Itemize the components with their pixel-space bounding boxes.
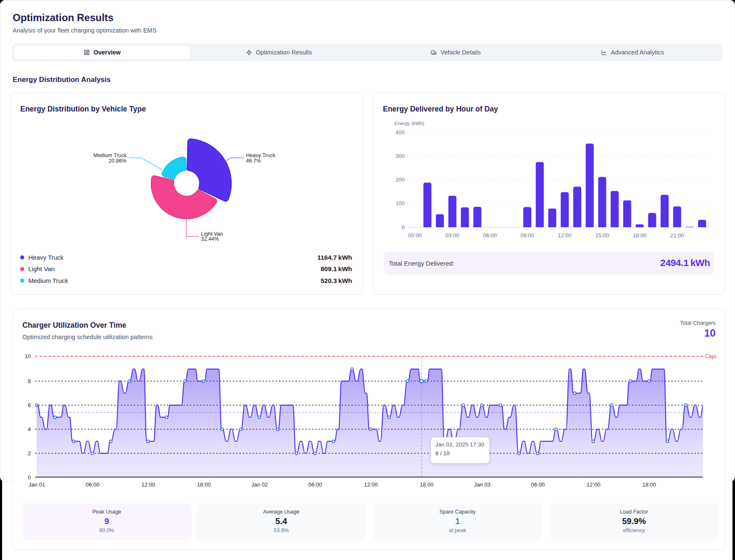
svg-text:Medium Truck: Medium Truck	[28, 277, 68, 284]
svg-text:00:00: 00:00	[408, 232, 422, 239]
svg-text:12:00: 12:00	[364, 481, 378, 488]
svg-text:300: 300	[395, 153, 404, 159]
svg-text:12:00: 12:00	[587, 481, 601, 488]
svg-text:Jan 03: Jan 03	[474, 481, 490, 488]
svg-text:2: 2	[28, 450, 31, 457]
svg-text:21:00: 21:00	[670, 232, 684, 239]
svg-text:809.1 kWh: 809.1 kWh	[320, 265, 352, 272]
svg-text:0: 0	[28, 474, 31, 481]
svg-text:46.7%: 46.7%	[246, 158, 261, 164]
svg-text:09:00: 09:00	[520, 232, 534, 239]
svg-text:100: 100	[395, 200, 404, 207]
svg-text:Capacity: Capacity	[705, 353, 724, 359]
svg-text:Jan 01: Jan 01	[29, 481, 45, 488]
svg-text:18:00: 18:00	[197, 481, 211, 488]
svg-text:400: 400	[395, 129, 404, 136]
svg-text:12:00: 12:00	[557, 232, 571, 239]
svg-text:20.86%: 20.86%	[109, 158, 126, 164]
svg-text:1164.7 kWh: 1164.7 kWh	[317, 254, 352, 261]
svg-text:10: 10	[25, 353, 31, 359]
svg-text:0: 0	[402, 224, 404, 231]
svg-text:18:00: 18:00	[642, 481, 656, 488]
svg-text:32.44%: 32.44%	[201, 236, 219, 242]
svg-text:03:00: 03:00	[445, 232, 459, 239]
svg-text:18:00: 18:00	[420, 481, 434, 488]
svg-text:200: 200	[395, 177, 404, 183]
svg-text:06:00: 06:00	[309, 481, 322, 488]
svg-text:8: 8	[28, 378, 31, 384]
svg-text:520.3 kWh: 520.3 kWh	[320, 277, 352, 284]
svg-text:18:00: 18:00	[633, 232, 647, 239]
svg-text:12:00: 12:00	[141, 481, 155, 488]
svg-text:Heavy Truck: Heavy Truck	[28, 254, 64, 261]
svg-text:15:00: 15:00	[595, 232, 609, 239]
svg-text:6: 6	[28, 402, 31, 408]
svg-text:Jan 02: Jan 02	[251, 481, 268, 488]
svg-text:4: 4	[28, 426, 31, 432]
svg-text:06:00: 06:00	[483, 232, 497, 239]
svg-text:Light Van: Light Van	[28, 265, 55, 272]
svg-text:Energy (kWh): Energy (kWh)	[394, 121, 424, 126]
svg-text:06:00: 06:00	[531, 481, 545, 488]
svg-text:06:00: 06:00	[86, 481, 100, 488]
